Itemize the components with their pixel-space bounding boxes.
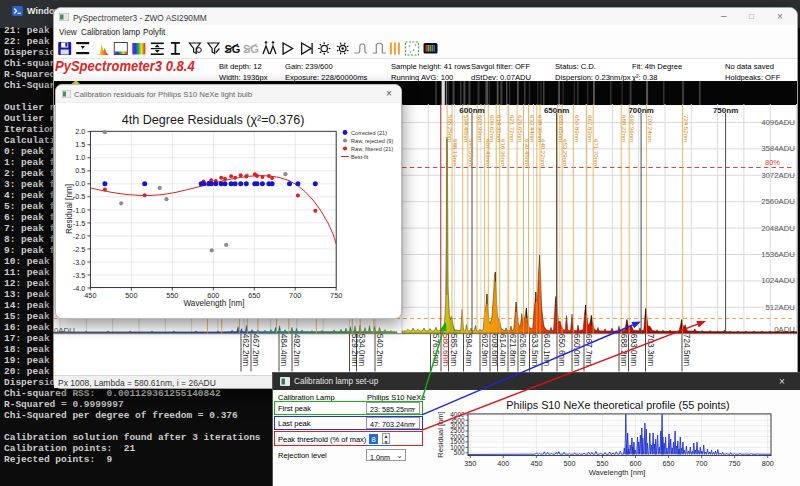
svg-text:SG: SG (243, 43, 259, 55)
svg-text:512ADU: 512ADU (766, 303, 796, 312)
svg-text:2048ADU: 2048ADU (761, 224, 795, 233)
svg-text:1.5: 1.5 (75, 140, 85, 149)
svg-text:724.5nm: 724.5nm (682, 334, 692, 366)
svg-text:688.2nm: 688.2nm (619, 334, 629, 366)
svg-text:703.3nm: 703.3nm (646, 334, 656, 366)
svg-text:540.2nm: 540.2nm (375, 334, 385, 366)
svg-text:700: 700 (696, 459, 708, 468)
svg-text:609.62nm: 609.62nm (489, 115, 496, 142)
svg-text:750: 750 (330, 291, 342, 300)
svg-text:688.22nm: 688.22nm (621, 115, 628, 142)
svg-text:350: 350 (464, 459, 476, 468)
svg-text:-1.0: -1.0 (73, 206, 86, 215)
svg-text:3584ADU: 3584ADU (761, 144, 795, 153)
svg-text:SG: SG (225, 43, 241, 55)
svg-text:550: 550 (166, 291, 178, 300)
svg-text:750nm: 750nm (713, 106, 738, 115)
svg-text:640.22nm: 640.22nm (540, 139, 547, 166)
svg-text:576.5nm: 576.5nm (431, 334, 441, 366)
svg-text:4096ADU: 4096ADU (761, 118, 795, 127)
svg-text:667.7nm: 667.7nm (584, 334, 594, 366)
svg-text:500: 500 (563, 459, 575, 468)
svg-text:0.0: 0.0 (75, 179, 85, 188)
svg-text:Residual [nm]: Residual [nm] (436, 411, 445, 457)
svg-text:1536ADU: 1536ADU (761, 250, 795, 259)
svg-text:550: 550 (597, 459, 609, 468)
svg-text:621.8nm: 621.8nm (508, 334, 518, 366)
svg-text:588.19nm: 588.19nm (452, 139, 459, 166)
svg-text:2.0: 2.0 (75, 127, 85, 136)
svg-text:600nm: 600nm (459, 106, 484, 115)
svg-text:600: 600 (630, 459, 642, 468)
svg-text:Wavelength [nm]: Wavelength [nm] (589, 468, 646, 477)
svg-text:1024ADU: 1024ADU (761, 276, 795, 285)
svg-text:Best-fit: Best-fit (351, 154, 369, 160)
svg-text:-3.5: -3.5 (73, 271, 86, 280)
svg-text:640.1nm: 640.1nm (542, 334, 552, 366)
svg-text:-3.0: -3.0 (73, 258, 86, 267)
svg-text:671.70nm: 671.70nm (593, 139, 600, 166)
svg-text:650nm: 650nm (544, 106, 569, 115)
svg-text:800: 800 (762, 459, 774, 468)
svg-text:80%: 80% (765, 158, 780, 167)
svg-text:450: 450 (530, 459, 542, 468)
svg-text:614.4nm: 614.4nm (498, 334, 508, 366)
svg-text:667.83nm: 667.83nm (587, 115, 594, 142)
svg-text:693.0nm: 693.0nm (629, 334, 639, 366)
svg-text:650: 650 (663, 459, 675, 468)
svg-text:597.55nm: 597.55nm (468, 139, 475, 166)
svg-text:492.2nm: 492.2nm (292, 334, 302, 366)
svg-text:692.96nm: 692.96nm (629, 115, 636, 142)
svg-text:650: 650 (248, 291, 260, 300)
svg-text:4th Degree Residuals (χ²=0.376: 4th Degree Residuals (χ²=0.376) (122, 113, 305, 127)
svg-text:607.43nm: 607.43nm (485, 139, 492, 166)
svg-text:500: 500 (125, 291, 137, 300)
svg-text:-2.5: -2.5 (73, 245, 86, 254)
svg-text:-1.5: -1.5 (73, 219, 86, 228)
svg-text:-2.0: -2.0 (73, 232, 86, 241)
svg-text:484.4nm: 484.4nm (279, 334, 289, 366)
svg-text:Philips S10 NeXe theoretical p: Philips S10 NeXe theoretical profile (55… (506, 399, 729, 411)
svg-text:653.29nm: 653.29nm (562, 139, 569, 166)
svg-text:-0.5: -0.5 (73, 192, 86, 201)
svg-text:700: 700 (289, 291, 301, 300)
svg-text:602.9nm: 602.9nm (480, 334, 490, 366)
svg-text:1.0: 1.0 (75, 153, 85, 162)
svg-text:633.5nm: 633.5nm (530, 334, 540, 366)
svg-text:3072ADU: 3072ADU (761, 171, 795, 180)
svg-text:616.36nm: 616.36nm (500, 139, 507, 166)
svg-text:594.4nm: 594.4nm (464, 334, 474, 366)
svg-text:703.24nm: 703.24nm (647, 115, 654, 142)
svg-text:630.48nm: 630.48nm (524, 139, 531, 166)
svg-text:462.2nm: 462.2nm (241, 334, 251, 366)
svg-text:500: 500 (454, 449, 465, 456)
svg-text:700nm: 700nm (628, 106, 653, 115)
svg-text:450: 450 (84, 291, 96, 300)
svg-text:659.89nm: 659.89nm (574, 115, 581, 142)
svg-text:400: 400 (497, 459, 509, 468)
svg-text:0.5: 0.5 (75, 166, 85, 175)
svg-text:626.65nm: 626.65nm (517, 115, 524, 142)
svg-text:467.2nm: 467.2nm (251, 334, 261, 366)
svg-text:750: 750 (729, 459, 741, 468)
svg-text:Raw, filtered (21): Raw, filtered (21) (351, 146, 393, 152)
svg-text:602.99nm: 602.99nm (477, 115, 484, 142)
svg-text:Wavelength [nm]: Wavelength [nm] (183, 299, 244, 308)
svg-text:626.6nm: 626.6nm (518, 334, 528, 366)
svg-text:724.52nm: 724.52nm (683, 115, 690, 142)
svg-text:Residual [nm]: Residual [nm] (65, 184, 74, 234)
svg-text:2560ADU: 2560ADU (761, 197, 795, 206)
svg-text:-4.0: -4.0 (73, 284, 86, 293)
svg-text:621.72nm: 621.72nm (509, 115, 516, 142)
svg-text:650.6nm: 650.6nm (557, 334, 567, 366)
svg-text:Corrected (21): Corrected (21) (351, 130, 387, 136)
svg-text:660.0nm: 660.0nm (572, 334, 582, 366)
svg-text:534.0nm: 534.0nm (357, 334, 367, 366)
svg-text:585.2nm: 585.2nm (449, 334, 459, 366)
svg-text:633.44nm: 633.44nm (529, 115, 536, 142)
svg-text:Raw, rejected (9): Raw, rejected (9) (351, 138, 393, 144)
